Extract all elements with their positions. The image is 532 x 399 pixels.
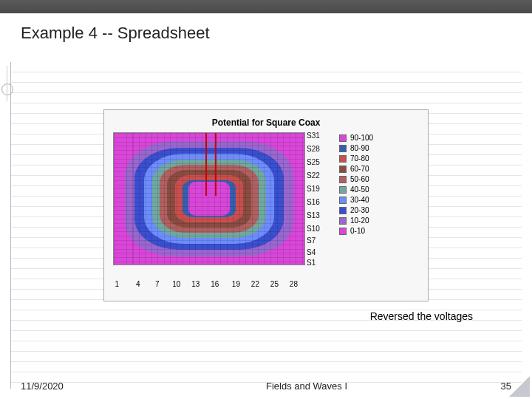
marker-line-2 bbox=[215, 133, 216, 196]
legend-label: 40-50 bbox=[350, 185, 369, 194]
x-tick: 19 bbox=[232, 280, 240, 288]
swatch-icon bbox=[339, 166, 347, 173]
swatch-icon bbox=[339, 186, 347, 194]
chart-title: Potential for Square Coax bbox=[104, 110, 428, 132]
chart-layout: S31 S28 S25 S22 S19 S16 S13 S10 S7 S4 S1… bbox=[104, 132, 428, 280]
legend-item: 90-100 bbox=[339, 134, 423, 142]
swatch-icon bbox=[339, 197, 347, 204]
x-axis: 1 4 7 10 13 16 19 22 25 28 bbox=[113, 280, 305, 298]
legend-item: 50-60 bbox=[339, 175, 423, 183]
chart-container: Potential for Square Coax S31 S28 bbox=[103, 109, 429, 301]
contour-plot bbox=[113, 132, 305, 265]
legend-label: 20-30 bbox=[350, 206, 369, 214]
y-axis: S31 S28 S25 S22 S19 S16 S13 S10 S7 S4 S1 bbox=[305, 132, 329, 265]
x-tick: 16 bbox=[211, 280, 219, 288]
x-tick: 28 bbox=[290, 280, 298, 288]
legend-item: 80-90 bbox=[339, 144, 423, 152]
x-tick: 22 bbox=[251, 280, 259, 288]
legend-item: 10-20 bbox=[339, 216, 423, 225]
legend-label: 30-40 bbox=[350, 196, 369, 204]
y-tick: S10 bbox=[307, 224, 320, 232]
x-tick: 25 bbox=[270, 280, 279, 288]
swatch-icon bbox=[339, 207, 347, 214]
marker-line-1 bbox=[205, 133, 207, 196]
legend-label: 70-80 bbox=[350, 154, 369, 163]
swatch-icon bbox=[339, 134, 347, 142]
y-tick: S1 bbox=[307, 259, 316, 267]
x-tick: 1 bbox=[115, 280, 119, 288]
y-tick: S19 bbox=[307, 184, 320, 192]
legend-label: 10-20 bbox=[350, 216, 369, 225]
legend-item: 40-50 bbox=[339, 185, 423, 194]
legend-label: 50-60 bbox=[350, 175, 369, 183]
slide-title: Example 4 -- Spreadsheet bbox=[21, 24, 511, 43]
notebook-ring-icon bbox=[1, 83, 13, 95]
footer-title: Fields and Waves I bbox=[146, 381, 467, 392]
slide-body: Example 4 -- Spreadsheet Potential for S… bbox=[0, 13, 532, 399]
legend-item: 60-70 bbox=[339, 165, 423, 173]
x-tick: 4 bbox=[136, 280, 140, 288]
legend-item: 70-80 bbox=[339, 154, 423, 163]
y-tick: S31 bbox=[307, 131, 320, 139]
y-tick: S13 bbox=[307, 211, 320, 219]
y-tick: S7 bbox=[307, 236, 316, 244]
x-tick: 7 bbox=[155, 280, 160, 288]
legend-item: 0-10 bbox=[339, 227, 423, 235]
swatch-icon bbox=[339, 217, 347, 225]
swatch-icon bbox=[339, 176, 347, 183]
y-tick: S4 bbox=[307, 248, 316, 256]
legend-label: 90-100 bbox=[350, 134, 373, 142]
swatch-icon bbox=[339, 155, 347, 163]
legend-label: 80-90 bbox=[350, 144, 369, 152]
window-top-bar bbox=[0, 0, 532, 13]
legend-label: 0-10 bbox=[350, 227, 365, 235]
swatch-icon bbox=[339, 145, 347, 152]
y-tick: S22 bbox=[307, 171, 320, 179]
swatch-icon bbox=[339, 228, 347, 235]
legend-label: 60-70 bbox=[350, 165, 369, 173]
y-tick: S28 bbox=[307, 144, 320, 152]
x-tick: 10 bbox=[172, 280, 180, 288]
legend-item: 20-30 bbox=[339, 206, 423, 214]
plot-grid bbox=[114, 133, 304, 265]
slide-footer: 11/9/2020 Fields and Waves I 35 bbox=[0, 381, 532, 392]
footer-date: 11/9/2020 bbox=[21, 381, 146, 392]
x-tick: 13 bbox=[191, 280, 200, 288]
footer-page: 35 bbox=[467, 381, 511, 392]
annotation-text: Reversed the voltages bbox=[370, 310, 473, 322]
legend-item: 30-40 bbox=[339, 196, 423, 204]
legend: 90-100 80-90 70-80 60-70 50-60 40-50 30-… bbox=[329, 132, 428, 280]
page-curl-icon bbox=[509, 376, 530, 397]
y-tick: S16 bbox=[307, 197, 320, 205]
y-tick: S25 bbox=[307, 157, 320, 166]
